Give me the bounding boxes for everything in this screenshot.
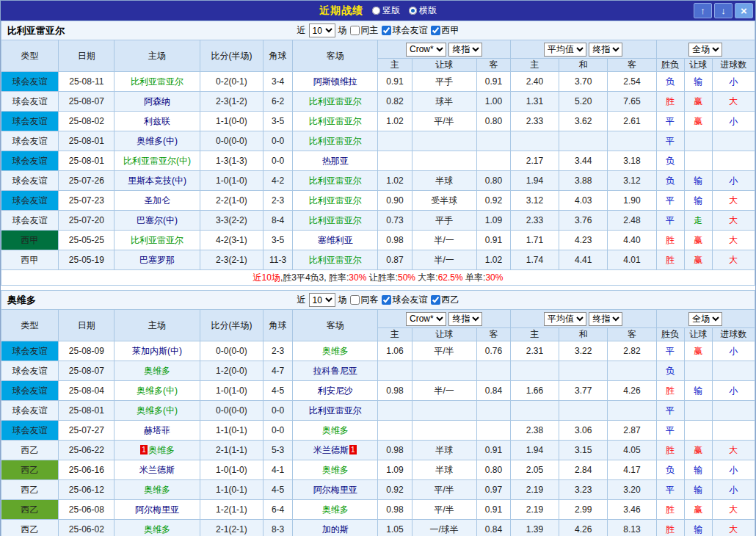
layout-radio-vertical[interactable]: 竖版	[372, 4, 400, 17]
handicap-select-group: Crow* 终指	[378, 310, 511, 328]
league-type: 西乙	[1, 480, 59, 500]
corner-score: 4-5	[263, 480, 293, 500]
avg-stage-select[interactable]: 终指	[589, 43, 622, 57]
home-team-name: 奥维多	[144, 485, 170, 495]
scope-select[interactable]: 全场	[688, 312, 722, 326]
match-score: 0-0(0-0)	[200, 341, 263, 361]
away-odds: 0.91	[476, 500, 510, 520]
away-team-name: 比利亚雷亚尔	[309, 96, 362, 106]
home-team: 巴塞罗那	[115, 250, 200, 270]
handicap-flag: 输	[684, 171, 712, 191]
avg-type-select[interactable]: 平均值	[544, 312, 586, 326]
handicap-flag: 输	[684, 72, 712, 92]
goals-flag: 小	[712, 112, 755, 131]
sections-container: 比利亚雷亚尔 近 10 场 同主球会友谊西甲 类型 日期 主场 比分(半场)	[1, 21, 755, 536]
move-down-button[interactable]: ↓	[714, 3, 733, 18]
checkbox-input[interactable]	[382, 26, 391, 35]
filter-checkbox-1[interactable]: 球会友谊	[382, 294, 428, 306]
avg-draw-odds: 3.23	[559, 480, 608, 500]
away-team-name: 奥维多	[322, 465, 349, 475]
odds-company-select[interactable]: Crow*	[406, 312, 446, 326]
layout-radio-horizontal[interactable]: 横版	[409, 4, 437, 17]
checkbox-input[interactable]	[350, 295, 360, 305]
avg-draw-odds: 2.99	[559, 500, 608, 520]
avg-type-select[interactable]: 平均值	[544, 43, 586, 57]
scope-select[interactable]: 全场	[688, 43, 722, 57]
away-team: 加的斯	[293, 520, 378, 536]
red-card-badge: 1	[140, 445, 148, 454]
filter-checkbox-2[interactable]: 西甲	[431, 24, 459, 37]
recent-count-select[interactable]: 10	[309, 23, 335, 37]
col-avg-away: 客	[608, 328, 656, 341]
home-team-name: 奥维多(中)	[137, 136, 178, 146]
home-team-name: 里斯本竞技(中)	[128, 175, 186, 186]
summary-segment: 单率:	[463, 272, 486, 283]
avg-stage-select[interactable]: 终指	[589, 312, 622, 326]
away-odds: 0.91	[476, 72, 510, 92]
match-row: 球会友谊25-07-27赫塔菲1-1(0-1)0-0奥维多2.383.062.8…	[1, 421, 755, 441]
away-team: 米兰德斯1	[293, 441, 378, 460]
corner-score: 8-3	[263, 520, 293, 536]
handicap-flag: 赢	[684, 500, 712, 520]
match-score: 0-2(0-1)	[200, 72, 263, 92]
match-row: 球会友谊25-08-01奥维多(中)0-0(0-0)0-0比利亚雷亚尔平	[1, 131, 755, 151]
home-team: 1奥维多	[115, 441, 200, 460]
league-type: 球会友谊	[1, 131, 59, 151]
avg-draw-odds: 3.15	[559, 441, 608, 460]
odds-company-select[interactable]: Crow*	[406, 43, 446, 57]
match-row: 球会友谊25-08-02利兹联1-1(0-0)3-5比利亚雷亚尔1.02平/半0…	[1, 112, 755, 131]
col-away-odds: 客	[476, 59, 510, 72]
checkbox-input[interactable]	[431, 295, 440, 305]
result-flag: 负	[656, 151, 684, 171]
match-score: 1-0(1-0)	[200, 460, 263, 480]
match-score: 3-3(2-2)	[200, 211, 263, 231]
radio-circle-icon[interactable]	[409, 7, 417, 15]
match-score: 1-0(1-0)	[200, 381, 263, 401]
avg-draw-odds: 4.23	[559, 231, 608, 250]
radio-circle-icon[interactable]	[372, 7, 380, 15]
match-date: 25-08-11	[59, 72, 115, 92]
match-date: 25-07-23	[59, 191, 115, 211]
checkbox-input[interactable]	[382, 295, 391, 305]
close-button[interactable]: ×	[735, 3, 753, 18]
filter-checkboxes: 同客球会友谊西乙	[350, 294, 459, 306]
close-icon: ×	[741, 5, 747, 16]
home-team: 里斯本竞技(中)	[115, 171, 200, 191]
corner-score: 6-4	[263, 500, 293, 520]
odds-stage-select[interactable]: 终指	[448, 43, 482, 57]
home-odds: 1.02	[378, 171, 412, 191]
handicap-line: 一/球半	[412, 520, 476, 536]
match-date: 25-06-08	[59, 500, 115, 520]
handicap-line: 平/半	[412, 500, 476, 520]
result-flag: 胜	[656, 500, 684, 520]
odds-stage-select[interactable]: 终指	[448, 312, 482, 326]
games-label: 场	[338, 294, 347, 306]
filter-checkbox-1[interactable]: 球会友谊	[382, 24, 428, 37]
handicap-flag	[684, 401, 712, 421]
avg-home-odds: 2.19	[510, 480, 559, 500]
filter-checkbox-0[interactable]: 同主	[350, 24, 379, 37]
away-team: 奥维多	[293, 500, 378, 520]
checkbox-input[interactable]	[431, 26, 440, 35]
handicap-flag: 走	[684, 211, 712, 231]
away-team-name: 比利亚雷亚尔	[309, 405, 362, 416]
avg-home-odds: 1.39	[510, 520, 559, 536]
result-flag: 平	[656, 341, 684, 361]
home-team: 比利亚雷亚尔	[115, 72, 200, 92]
recent-count-select[interactable]: 10	[309, 293, 335, 307]
filter-checkbox-2[interactable]: 西乙	[431, 294, 459, 306]
filter-checkbox-0[interactable]: 同客	[350, 294, 379, 306]
move-up-button[interactable]: ↑	[694, 3, 712, 18]
recent-results-window: 近期战绩 竖版横版 ↑ ↓ × 比利亚雷亚尔 近 10 场 同主球会友谊西甲	[0, 0, 756, 536]
team-header-bar: 比利亚雷亚尔 近 10 场 同主球会友谊西甲	[1, 21, 755, 40]
league-type: 球会友谊	[1, 211, 59, 231]
handicap-line	[412, 361, 476, 381]
goals-flag	[712, 421, 755, 441]
home-team: 奥维多	[115, 480, 200, 500]
league-type: 球会友谊	[1, 92, 59, 112]
home-odds	[378, 361, 412, 381]
goals-flag: 大	[712, 231, 755, 250]
result-flag: 胜	[656, 381, 684, 401]
checkbox-input[interactable]	[350, 26, 360, 35]
league-type: 球会友谊	[1, 401, 59, 421]
